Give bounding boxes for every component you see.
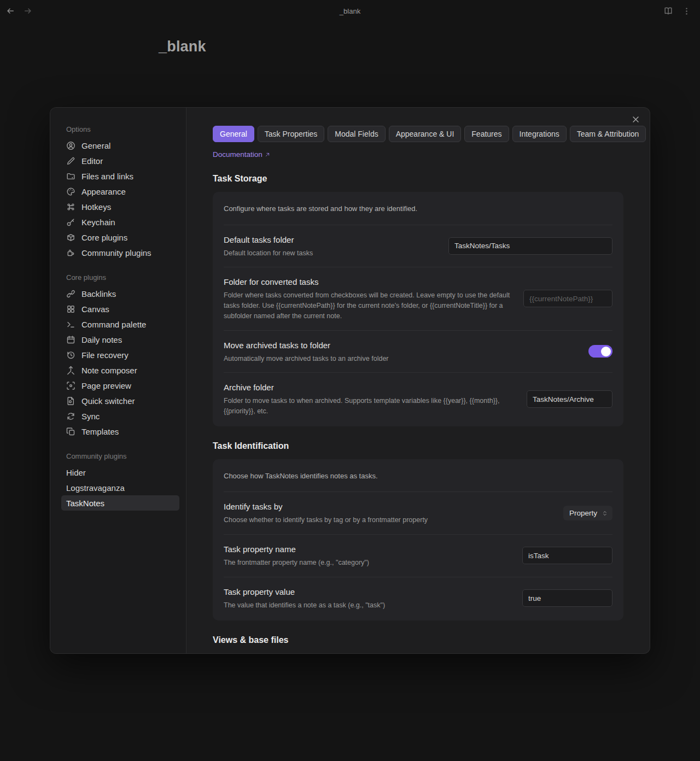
tab-features[interactable]: Features bbox=[464, 126, 509, 142]
sidebar-item-logstravaganza[interactable]: Logstravaganza bbox=[61, 480, 179, 495]
folder-icon bbox=[66, 172, 75, 181]
section-card-views-base-files: TaskNotes uses Obsidian Bases files (.ba… bbox=[213, 653, 623, 654]
reading-mode-book-icon[interactable] bbox=[663, 6, 673, 16]
setting-name: Move archived tasks to folder bbox=[224, 339, 389, 351]
setting-name: Default tasks folder bbox=[224, 234, 313, 245]
section-description: Choose how TaskNotes identifies notes as… bbox=[224, 460, 612, 492]
sidebar-item-label: File recovery bbox=[81, 350, 129, 360]
sidebar-section-heading: Core plugins bbox=[61, 273, 179, 282]
sidebar-item-label: TaskNotes bbox=[66, 499, 104, 508]
note-inline-title: _blank bbox=[159, 38, 206, 55]
forward-arrow-icon[interactable] bbox=[23, 6, 33, 16]
setting-name: Task property name bbox=[224, 543, 369, 555]
tab-modal-fields[interactable]: Modal Fields bbox=[328, 126, 385, 142]
tab-task-properties[interactable]: Task Properties bbox=[258, 126, 324, 142]
copy-icon bbox=[66, 427, 75, 436]
sidebar-item-label: Logstravaganza bbox=[66, 483, 125, 493]
sidebar-item-label: Page preview bbox=[81, 381, 131, 390]
setting-name: Folder for converted tasks bbox=[224, 276, 510, 288]
setting-row-folder-for-converted-tasks: Folder for converted tasksFolder where t… bbox=[224, 267, 612, 330]
sidebar-item-label: Editor bbox=[81, 156, 103, 166]
sidebar-item-templates[interactable]: Templates bbox=[61, 424, 179, 439]
sidebar-item-community-plugins[interactable]: Community plugins bbox=[61, 245, 179, 260]
sidebar-item-quick-switcher[interactable]: Quick switcher bbox=[61, 393, 179, 408]
sidebar-item-backlinks[interactable]: Backlinks bbox=[61, 286, 179, 301]
sidebar-item-label: Core plugins bbox=[81, 233, 127, 242]
setting-row-move-archived-tasks-to-folder: Move archived tasks to folderAutomatical… bbox=[224, 330, 612, 373]
sidebar-item-editor[interactable]: Editor bbox=[61, 153, 179, 168]
more-options-kebab-icon[interactable] bbox=[682, 7, 691, 16]
tab-team-attribution[interactable]: Team & Attribution bbox=[570, 126, 646, 142]
sidebar-item-label: Note composer bbox=[81, 366, 137, 375]
section-title-task-identification: Task Identification bbox=[213, 441, 623, 451]
section-title-views-base-files: Views & base files bbox=[213, 635, 623, 645]
sidebar-item-label: Sync bbox=[81, 412, 100, 421]
sidebar-item-keychain[interactable]: Keychain bbox=[61, 214, 179, 230]
move-archived-tasks-to-folder-toggle[interactable] bbox=[588, 345, 612, 358]
settings-content: GeneralTask PropertiesModal FieldsAppear… bbox=[186, 108, 650, 653]
sidebar-item-label: Hotkeys bbox=[81, 202, 111, 212]
archive-folder-input[interactable] bbox=[527, 390, 612, 408]
sidebar-item-core-plugins[interactable]: Core plugins bbox=[61, 230, 179, 245]
sidebar-item-label: Backlinks bbox=[81, 289, 116, 298]
plugin-tab-bar: GeneralTask PropertiesModal FieldsAppear… bbox=[213, 126, 623, 142]
pencil-icon bbox=[66, 156, 75, 166]
sidebar-item-canvas[interactable]: Canvas bbox=[61, 301, 179, 317]
sidebar-item-sync[interactable]: Sync bbox=[61, 408, 179, 424]
external-link-icon bbox=[265, 152, 270, 157]
settings-sidebar: OptionsGeneralEditorFiles and linksAppea… bbox=[50, 108, 186, 653]
sidebar-item-hotkeys[interactable]: Hotkeys bbox=[61, 199, 179, 214]
setting-description: Folder to move tasks to when archived. S… bbox=[224, 396, 514, 417]
sidebar-item-daily-notes[interactable]: Daily notes bbox=[61, 332, 179, 347]
back-arrow-icon[interactable] bbox=[5, 6, 15, 16]
setting-row-default-tasks-folder: Default tasks folderDefault location for… bbox=[224, 225, 612, 267]
sidebar-item-note-composer[interactable]: Note composer bbox=[61, 362, 179, 378]
setting-description: Choose whether to identify tasks by tag … bbox=[224, 515, 428, 525]
sidebar-section-core-plugins: Core pluginsBacklinksCanvasCommand palet… bbox=[61, 273, 179, 439]
tab-general[interactable]: General bbox=[213, 126, 254, 142]
file-icon bbox=[66, 396, 75, 406]
setting-name: Task property value bbox=[224, 586, 385, 598]
section-description: Configure where tasks are stored and how… bbox=[224, 193, 612, 225]
toggle-knob bbox=[601, 347, 611, 356]
nav-arrows bbox=[5, 0, 33, 22]
sidebar-item-appearance[interactable]: Appearance bbox=[61, 184, 179, 199]
setting-description: The frontmatter property name (e.g., "ca… bbox=[224, 558, 369, 568]
tab-integrations[interactable]: Integrations bbox=[512, 126, 567, 142]
setting-description: Default location for new tasks bbox=[224, 248, 313, 259]
tab-appearance-ui[interactable]: Appearance & UI bbox=[389, 126, 462, 142]
window-tab-title: _blank bbox=[0, 0, 700, 22]
setting-name: Archive folder bbox=[224, 382, 514, 393]
section-title-task-storage: Task Storage bbox=[213, 174, 623, 184]
sidebar-item-label: Canvas bbox=[81, 305, 109, 314]
task-property-name-input[interactable] bbox=[522, 547, 612, 564]
documentation-link[interactable]: Documentation bbox=[213, 150, 270, 159]
setting-description: The value that identifies a note as a ta… bbox=[224, 600, 385, 611]
terminal-icon bbox=[66, 320, 75, 329]
link-icon bbox=[66, 289, 75, 298]
sidebar-item-hider[interactable]: Hider bbox=[61, 465, 179, 480]
section-card-task-storage: Configure where tasks are stored and how… bbox=[213, 192, 623, 426]
sidebar-item-general[interactable]: General bbox=[61, 138, 179, 153]
setting-row-archive-folder: Archive folderFolder to move tasks to wh… bbox=[224, 372, 612, 425]
sidebar-item-file-recovery[interactable]: File recovery bbox=[61, 347, 179, 362]
identify-tasks-by-select[interactable]: Property bbox=[563, 506, 612, 520]
select-value: Property bbox=[569, 509, 597, 517]
task-property-value-input[interactable] bbox=[522, 589, 612, 607]
sidebar-section-heading: Options bbox=[61, 125, 179, 133]
chevrons-up-down-icon bbox=[602, 510, 608, 517]
close-icon[interactable] bbox=[631, 115, 640, 124]
sidebar-item-page-preview[interactable]: Page preview bbox=[61, 378, 179, 393]
folder-for-converted-tasks-input[interactable] bbox=[523, 290, 612, 307]
sidebar-item-tasknotes[interactable]: TaskNotes bbox=[61, 495, 179, 511]
sidebar-item-command-palette[interactable]: Command palette bbox=[61, 317, 179, 332]
sidebar-section-heading: Community plugins bbox=[61, 452, 179, 460]
key-icon bbox=[66, 218, 75, 227]
setting-description: Automatically move archived tasks to an … bbox=[224, 354, 389, 364]
layout-grid-icon bbox=[66, 305, 75, 314]
scan-eye-icon bbox=[66, 381, 75, 390]
sidebar-item-files-and-links[interactable]: Files and links bbox=[61, 168, 179, 184]
settings-sections: Task StorageConfigure where tasks are st… bbox=[213, 174, 623, 653]
default-tasks-folder-input[interactable] bbox=[448, 237, 612, 255]
history-icon bbox=[66, 350, 75, 360]
